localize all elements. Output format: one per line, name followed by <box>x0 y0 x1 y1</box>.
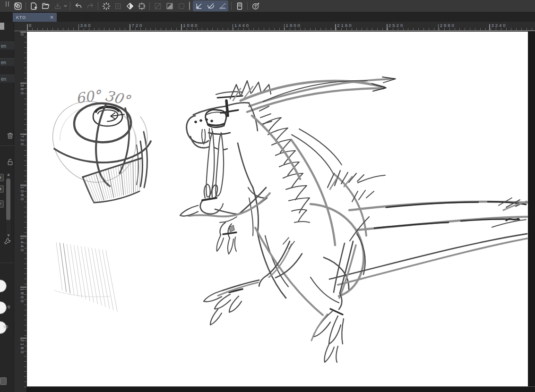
sketch-stroke <box>259 275 267 286</box>
toolbar-separator <box>231 2 232 10</box>
ruler-major-tick <box>20 32 26 33</box>
hatch-line <box>133 162 133 193</box>
ruler-corner <box>14 22 27 31</box>
sketch-stroke <box>205 119 207 120</box>
ruler-label: 360 <box>20 84 25 96</box>
document-tab-bar: KTO × <box>0 13 535 22</box>
help-button[interactable] <box>250 0 261 11</box>
hatch-line <box>128 163 129 194</box>
toolbar-drag-handle[interactable] <box>6 1 9 7</box>
scrollbar-thumb[interactable] <box>6 179 10 220</box>
ruler-label: 720 <box>131 23 143 28</box>
sketch-stroke <box>263 81 367 102</box>
select-outline-button[interactable] <box>152 0 164 11</box>
trash-icon[interactable] <box>6 131 14 142</box>
select-rounded-button[interactable] <box>175 0 187 11</box>
ruler-label: 1440 <box>234 23 250 28</box>
sketch-stroke <box>324 343 334 362</box>
new-document-button[interactable] <box>28 0 40 11</box>
ruler-major-tick <box>489 24 490 30</box>
dock-mini-button-dot[interactable]: ● <box>0 185 4 193</box>
ruler-major-tick <box>20 236 26 237</box>
ruler-major-tick <box>20 185 26 186</box>
canvas-bottom-border <box>27 386 535 387</box>
ruler-major-tick <box>20 338 26 339</box>
ruler-label: 1440 <box>20 237 25 253</box>
sketch-stroke <box>255 228 323 315</box>
sketch-stroke <box>210 309 222 325</box>
toolbar-separator <box>247 2 248 10</box>
tab-close-icon[interactable]: × <box>50 15 53 20</box>
redo-button[interactable] <box>84 0 96 11</box>
transform-frame-button[interactable] <box>136 0 147 11</box>
ruler-major-tick <box>20 134 26 135</box>
sketch-stroke <box>259 106 272 124</box>
ruler-major-tick <box>27 24 28 30</box>
select-outline-icon <box>154 2 162 10</box>
scratch-line <box>67 244 74 295</box>
brush-preset-thumbnail[interactable] <box>0 301 7 314</box>
ruler-label: 2520 <box>388 23 404 28</box>
help-icon <box>251 2 260 10</box>
dock-mini-button-check[interactable]: ✓ <box>0 200 4 208</box>
sketch-stroke <box>204 290 223 302</box>
sketch-stroke <box>223 232 236 234</box>
assistant-ruler-button[interactable] <box>216 0 228 11</box>
select-shear-button[interactable] <box>164 0 175 11</box>
sketch-stroke <box>506 219 518 221</box>
sketch-stroke <box>238 143 253 187</box>
save-document-button[interactable] <box>52 0 63 11</box>
dock-mini-button-down[interactable]: ▾ <box>0 174 4 181</box>
horizontal-ruler: 03607201080144018002160252028803240 <box>14 22 535 31</box>
brush-preset-label: 90 <box>3 324 8 329</box>
scratch-line <box>78 246 86 299</box>
docker-panel-button[interactable] <box>233 0 245 11</box>
brush-preset-label: 0 <box>8 305 10 309</box>
ruler-label: 2160 <box>20 339 25 355</box>
scratch-line <box>56 242 62 290</box>
docker-list-item[interactable]: en <box>0 75 14 83</box>
docker-list-item[interactable]: en <box>0 42 14 50</box>
gradient-fill-button[interactable] <box>124 0 136 11</box>
fill-pattern-button[interactable] <box>112 0 124 11</box>
lock-open-icon[interactable] <box>6 158 14 168</box>
sketch-stroke <box>194 121 197 123</box>
docker-list-item[interactable]: en <box>0 58 14 67</box>
hatch-line <box>108 170 114 198</box>
sketch-stroke <box>283 173 303 187</box>
save-document-dropdown-caret[interactable] <box>63 0 68 11</box>
open-document-button[interactable] <box>40 0 52 11</box>
document-tab[interactable]: KTO × <box>13 13 57 22</box>
sketch-stroke <box>225 102 249 106</box>
sketch-stroke <box>336 346 338 362</box>
ruler-major-tick <box>233 24 233 30</box>
gradient-spinner-button[interactable] <box>100 0 112 11</box>
sketch-stroke <box>140 141 143 187</box>
wrench-icon[interactable] <box>3 237 11 247</box>
assistant-angle-button[interactable] <box>193 0 205 11</box>
chevron-down-icon <box>63 4 68 8</box>
undo-button[interactable] <box>72 0 84 11</box>
ruler-label: 1080 <box>183 23 198 28</box>
ruler-label: 2880 <box>440 23 456 28</box>
scroll-up-icon[interactable]: ▲ <box>6 172 11 177</box>
hatch-line <box>91 176 100 201</box>
sketch-stroke <box>329 316 341 344</box>
toolbar-separator <box>98 2 98 10</box>
assistant-curve-button[interactable] <box>205 0 216 11</box>
select-shear-icon <box>165 2 174 10</box>
ruler-major-tick <box>129 24 130 30</box>
sketch-stroke <box>208 124 224 126</box>
sketch-stroke <box>215 294 231 309</box>
assistant-ruler-icon <box>218 2 227 10</box>
ruler-label: 0 <box>29 23 33 28</box>
krita-logo-button[interactable] <box>12 0 24 11</box>
sketch-stroke <box>241 81 384 101</box>
brush-preset-thumbnail[interactable] <box>0 280 7 292</box>
ruler-major-tick <box>78 24 79 30</box>
ruler-major-tick <box>20 287 26 288</box>
hatch-line <box>138 160 138 192</box>
toolbar-separator <box>189 2 190 10</box>
save-document-icon <box>53 2 62 10</box>
drawing-canvas[interactable]: 60°30° <box>27 32 528 386</box>
